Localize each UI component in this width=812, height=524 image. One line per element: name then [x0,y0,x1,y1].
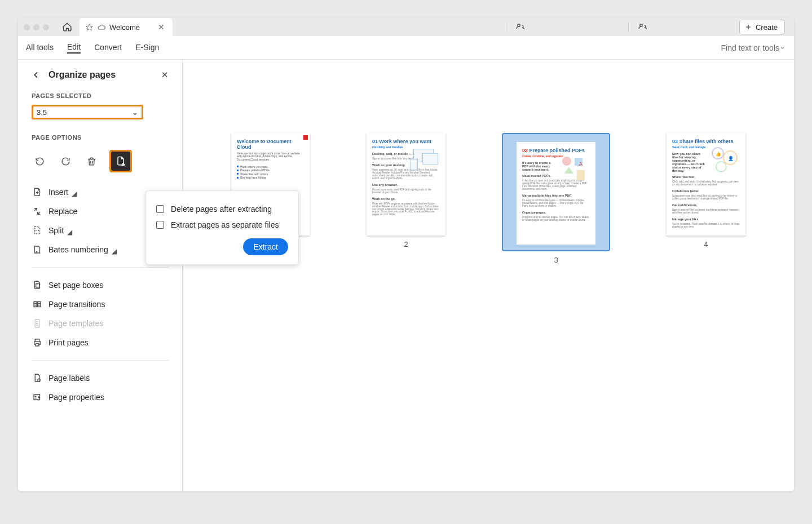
extract-confirm-label: Extract [253,242,278,251]
page-transitions-label: Page transitions [48,300,105,309]
divider [628,22,629,32]
pages-selected-value: 3,5 [37,108,47,117]
separate-files-label: Extract pages as separate files [171,220,279,229]
page-labels-label: Page labels [48,374,90,383]
svg-rect-3 [577,170,585,180]
home-button[interactable] [59,19,75,35]
window-controls[interactable] [18,24,49,30]
checkbox-icon [156,221,164,229]
pages-selected-dropdown[interactable]: 3,5 ⌄ [32,105,143,119]
delete-after-extract-checkbox[interactable]: Delete pages after extracting [156,201,288,217]
traffic-light-minimize-icon[interactable] [33,24,39,30]
people-icon[interactable] [638,22,648,32]
back-button[interactable] [32,70,43,79]
svg-text:A: A [579,161,582,167]
page-properties-label: Page properties [48,393,104,402]
share-illustration-icon: 👍👤 [710,145,741,176]
adobe-logo-icon [303,135,308,140]
trash-icon [86,156,97,167]
page-labels-icon [32,372,43,384]
transitions-icon [32,299,43,310]
devices-illustration-icon [410,146,441,172]
page-number-2: 2 [404,240,408,248]
svg-text:👍: 👍 [716,151,721,157]
extract-button[interactable] [111,152,130,171]
cloud-icon [97,23,106,32]
chevron-left-icon [32,70,41,79]
menu-edit[interactable]: Edit [67,42,81,54]
extract-button-highlight [109,150,132,172]
extract-confirm-button[interactable]: Extract [243,238,288,255]
pages-selected-label: PAGES SELECTED [32,92,169,99]
extract-page-icon [115,156,126,167]
menubar: All tools Edit Convert E-Sign Find text … [18,36,794,60]
submenu-caret-icon: ◢ [112,247,117,255]
delete-button[interactable] [83,153,99,169]
home-icon [62,22,72,32]
app-window: Welcome ✕ Create All tools Edit Convert … [18,18,794,491]
create-label: Create [756,23,778,32]
page-options-label: PAGE OPTIONS [32,134,169,141]
panel-close-button[interactable]: ✕ [161,70,169,80]
rotate-ccw-icon [34,156,45,167]
bates-icon [32,244,43,255]
svg-point-1 [562,157,571,166]
submenu-caret-icon: ◢ [67,228,72,236]
sidebar-panel: Organize pages ✕ PAGES SELECTED 3,5 ⌄ PA… [18,60,183,491]
extract-separate-files-checkbox[interactable]: Extract pages as separate files [156,217,288,233]
submenu-caret-icon: ◢ [72,190,77,198]
rotate-cw-icon [60,156,71,167]
plus-icon [744,23,752,31]
divider [32,267,169,268]
split-icon [32,225,43,236]
page-templates-option: Page templates [32,314,169,333]
page-labels-option[interactable]: Page labels [32,368,169,388]
menu-esign[interactable]: E-Sign [135,43,159,53]
thumb-bullets: Work where you want Prepare polished PDF… [237,165,304,180]
thumbnail-cell-3: 02 Prepare polished PDFs Create, combine… [502,133,610,264]
page-number-3: 3 [554,256,558,264]
print-pages-label: Print pages [48,338,89,347]
thumbnail-4[interactable]: 03 Share files with others Send, track, … [667,133,745,236]
page-options-row [32,150,169,172]
tab-title: Welcome [109,23,140,32]
print-pages-option[interactable]: Print pages [32,333,169,352]
replace-icon [32,206,43,217]
set-page-boxes-option[interactable]: Set page boxes [32,276,169,295]
main: Organize pages ✕ PAGES SELECTED 3,5 ⌄ PA… [18,60,794,491]
thumbnail-cell-4: 03 Share files with others Send, track, … [667,133,745,264]
thumbnail-2[interactable]: 01 Work where you want Flexibility and f… [367,133,445,236]
tab-close-button[interactable]: ✕ [158,23,165,32]
svg-point-7 [716,162,726,172]
divider [506,22,506,32]
thumb-sub: Here are four tips to get work done from… [237,152,304,162]
traffic-light-zoom-icon[interactable] [43,24,49,30]
find-tools[interactable]: Find text or tools › [721,43,784,52]
document-tab[interactable]: Welcome ✕ [80,18,173,36]
page-properties-option[interactable]: Page properties [32,388,169,407]
insert-label: Insert [48,188,68,197]
page-transitions-option[interactable]: Page transitions [32,295,169,314]
menu-all-tools[interactable]: All tools [26,43,54,53]
find-label: Find text or tools [721,43,780,52]
panel-header: Organize pages ✕ [32,70,169,80]
create-button[interactable]: Create [739,20,785,34]
templates-icon [32,318,43,329]
rotate-cw-button[interactable] [58,153,73,169]
extract-popover: Delete pages after extracting Extract pa… [145,190,299,265]
traffic-light-close-icon[interactable] [24,24,30,30]
page-templates-label: Page templates [48,319,103,328]
menu-convert[interactable]: Convert [94,43,122,53]
people-icon[interactable] [515,22,526,32]
split-label: Split [48,226,64,235]
rotate-ccw-button[interactable] [32,153,47,169]
replace-label: Replace [48,207,77,216]
print-icon [32,337,43,348]
thumbnail-3-selected[interactable]: 02 Prepare polished PDFs Create, combine… [502,133,610,251]
tools-illustration-icon: A [560,154,591,185]
svg-text:👤: 👤 [728,156,734,161]
panel-title: Organize pages [48,70,161,80]
titlebar: Welcome ✕ Create [18,18,794,36]
chevron-down-icon: ⌄ [132,108,138,117]
page-properties-icon [32,392,43,403]
